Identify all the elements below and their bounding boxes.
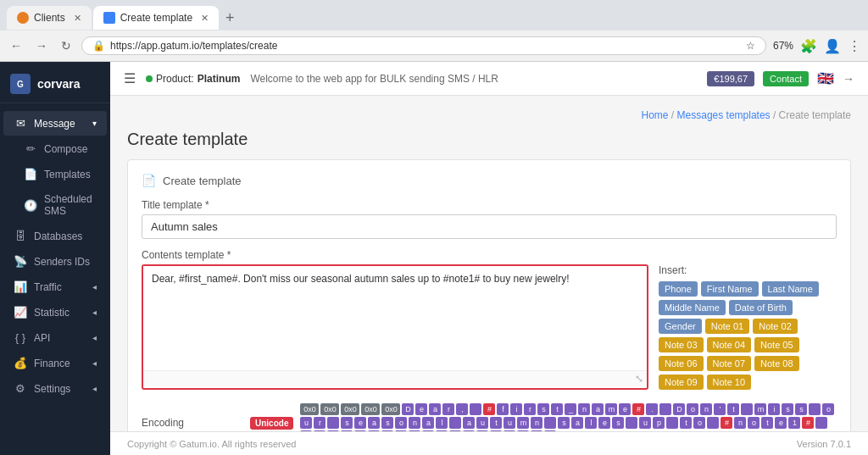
sidebar-item-settings-label: Settings (34, 383, 70, 395)
statistic-icon: 📈 (14, 306, 27, 319)
tab-clients-label: Clients (34, 12, 65, 24)
textarea-wrapper: ⤡ (142, 264, 648, 390)
tab-clients-close[interactable]: ✕ (74, 13, 81, 24)
product-badge: Product: Platinum (146, 73, 240, 85)
sidebar-item-traffic-label: Traffic (34, 281, 62, 293)
insert-tag-note-03[interactable]: Note 03 (659, 337, 704, 352)
sidebar-item-api[interactable]: { } API ◂ (3, 325, 107, 350)
insert-tag-note-01[interactable]: Note 01 (705, 319, 750, 334)
menu-icon[interactable]: ⋮ (848, 38, 861, 54)
address-bar-row: ← → ↻ 🔒 https://app.gatum.io/templates/c… (0, 31, 868, 61)
template-body: ⤡ Insert: PhoneFirst NameLast NameMiddle… (142, 264, 837, 390)
app-footer: Copyright © Gatum.io. All rights reserve… (110, 431, 868, 455)
tab-clients[interactable]: Clients ✕ (7, 6, 92, 30)
footer-version: Version 7.0.1 (797, 439, 851, 449)
sidebar-item-compose[interactable]: ✏ Compose (3, 136, 107, 161)
top-bar-right: €199,67 Contact 🇬🇧 → (707, 70, 854, 86)
insert-tag-gender[interactable]: Gender (659, 319, 702, 334)
insert-tag-note-09[interactable]: Note 09 (659, 375, 704, 390)
title-input[interactable] (142, 214, 837, 239)
insert-tag-note-04[interactable]: Note 04 (707, 337, 752, 352)
message-arrow-icon: ▾ (92, 119, 97, 128)
encoding-row: Encoding Unicode 0x00x00x00x00x0Dear, #f… (142, 400, 837, 431)
info-rows: Encoding Unicode 0x00x00x00x00x0Dear, #f… (142, 400, 837, 431)
scheduled-icon: 🕐 (24, 199, 37, 212)
insert-tag-note-07[interactable]: Note 07 (707, 356, 752, 371)
breadcrumb-home[interactable]: Home (642, 109, 669, 121)
sidebar-item-api-label: API (34, 332, 50, 344)
zoom-button[interactable]: 67% (773, 40, 793, 52)
sidebar-item-senders-ids[interactable]: 📡 Senders IDs (3, 249, 107, 274)
insert-tag-note-10[interactable]: Note 10 (707, 375, 752, 390)
traffic-icon: 📊 (14, 280, 27, 293)
title-form-group: Title template * (142, 199, 837, 239)
new-tab-button[interactable]: + (220, 9, 240, 27)
insert-tag-note-06[interactable]: Note 06 (659, 356, 704, 371)
card-header-label: Create template (163, 175, 242, 187)
welcome-text: Welcome to the web app for BULK sending … (250, 73, 697, 85)
api-icon: { } (14, 331, 27, 344)
balance-badge: €199,67 (707, 71, 754, 86)
insert-tag-note-05[interactable]: Note 05 (754, 337, 799, 352)
sidebar-item-scheduled-sms[interactable]: 🕐 Scheduled SMS (3, 187, 107, 223)
encoding-type-badge: Unicode (250, 417, 293, 430)
api-arrow-icon: ◂ (92, 333, 97, 342)
sidebar-item-traffic[interactable]: 📊 Traffic ◂ (3, 275, 107, 299)
footer-copyright: Copyright © Gatum.io. All rights reserve… (127, 439, 296, 449)
tab-create-template[interactable]: Create template ✕ (93, 6, 219, 30)
insert-tag-date-of-birth[interactable]: Date of Birth (729, 300, 793, 315)
insert-tag-note-02[interactable]: Note 02 (753, 319, 798, 334)
finance-icon: 💰 (14, 357, 27, 369)
sidebar-item-settings[interactable]: ⚙ Settings ◂ (3, 376, 107, 401)
sidebar-item-databases[interactable]: 🗄 Databases (3, 224, 107, 248)
insert-tag-note-08[interactable]: Note 08 (754, 356, 799, 371)
breadcrumb: Home / Messages templates / Create templ… (127, 109, 851, 121)
finance-arrow-icon: ◂ (92, 358, 97, 368)
content-textarea[interactable] (143, 266, 647, 368)
message-icon: ✉ (14, 117, 27, 130)
sidebar-item-finance[interactable]: 💰 Finance ◂ (3, 351, 107, 375)
sidebar-menu: ✉ Message ▾ ✏ Compose 📄 Templates 🕐 Sche… (0, 103, 110, 455)
sidebar-item-scheduled-label: Scheduled SMS (44, 193, 97, 217)
content-form-group: Contents template * ⤡ Insert: (142, 249, 837, 390)
extensions-icon[interactable]: 🧩 (800, 38, 817, 54)
sidebar-item-senders-label: Senders IDs (34, 256, 90, 268)
settings-icon: ⚙ (14, 382, 27, 395)
breadcrumb-messages-templates[interactable]: Messages templates (677, 109, 771, 121)
brand-logo: G (10, 74, 31, 94)
address-bar[interactable]: 🔒 https://app.gatum.io/templates/create … (81, 36, 766, 55)
tab-create-template-label: Create template (120, 12, 192, 24)
sidebar-item-databases-label: Databases (34, 230, 82, 242)
toolbar-icons: 🧩 👤 ⋮ (800, 38, 861, 54)
senders-icon: 📡 (14, 255, 27, 268)
databases-icon: 🗄 (14, 230, 27, 242)
insert-tag-last-name[interactable]: Last Name (762, 281, 819, 297)
sidebar-item-statistic-label: Statistic (34, 307, 70, 319)
insert-tag-phone[interactable]: Phone (659, 281, 698, 297)
contact-badge[interactable]: Contact (763, 71, 809, 86)
account-icon[interactable]: 👤 (824, 38, 841, 54)
sidebar-item-finance-label: Finance (34, 358, 70, 369)
breadcrumb-sep2: / (773, 109, 779, 121)
back-button[interactable]: ← (7, 37, 25, 54)
logout-button[interactable]: → (843, 72, 854, 86)
reload-button[interactable]: ↻ (58, 37, 75, 54)
content-area: Home / Messages templates / Create templ… (110, 96, 868, 431)
hamburger-button[interactable]: ☰ (124, 70, 136, 86)
form-card: 📄 Create template Title template * Conte… (127, 159, 851, 431)
flag-icon[interactable]: 🇬🇧 (817, 70, 834, 86)
tab-create-template-close[interactable]: ✕ (201, 13, 209, 24)
compose-icon: ✏ (24, 142, 37, 155)
forward-button[interactable]: → (32, 37, 51, 54)
insert-tag-middle-name[interactable]: Middle Name (659, 300, 726, 315)
sidebar-item-message-label: Message (34, 118, 75, 130)
sidebar-item-templates[interactable]: 📄 Templates (3, 162, 107, 186)
sidebar-brand: G corvara (0, 62, 110, 103)
insert-tag-first-name[interactable]: First Name (701, 281, 759, 297)
sidebar-item-message[interactable]: ✉ Message ▾ (3, 111, 107, 136)
sidebar-item-statistic[interactable]: 📈 Statistic ◂ (3, 300, 107, 325)
create-template-favicon (103, 12, 115, 24)
breadcrumb-current: Create template (779, 109, 851, 121)
encoding-label: Encoding (142, 417, 243, 429)
product-name: Platinum (198, 73, 241, 85)
